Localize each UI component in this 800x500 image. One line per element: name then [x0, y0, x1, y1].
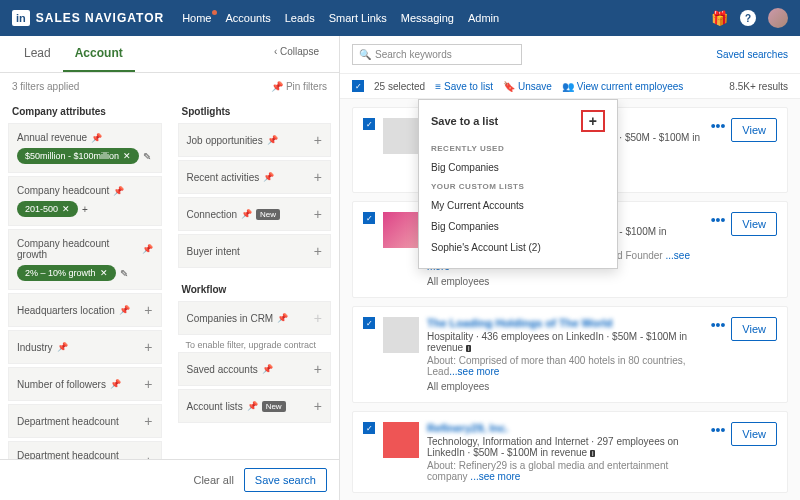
result-card: ✓ Refinery29, Inc. Technology, Informati…: [352, 411, 788, 493]
filter-jobs[interactable]: Job opportunities 📌+: [178, 123, 332, 157]
company-logo: [383, 317, 419, 353]
filter-followers[interactable]: Number of followers 📌+: [8, 367, 162, 401]
more-actions-icon[interactable]: •••: [711, 118, 726, 134]
filters-applied-label: 3 filters applied: [12, 81, 79, 92]
save-to-list-button[interactable]: ≡ Save to list: [435, 81, 493, 92]
company-logo: [383, 212, 419, 248]
save-to-list-popup: Save to a list + RECENTLY USED Big Compa…: [418, 99, 618, 269]
notification-dot-icon: [212, 10, 217, 15]
crm-upgrade-note: To enable filter, upgrade contract: [178, 338, 332, 352]
unsave-button[interactable]: 🔖 Unsave: [503, 81, 552, 92]
plus-icon[interactable]: +: [82, 204, 88, 215]
save-search-button[interactable]: Save search: [244, 468, 327, 492]
linkedin-logo-icon: in: [12, 10, 30, 26]
filter-industry[interactable]: Industry 📌+: [8, 330, 162, 364]
row-checkbox[interactable]: ✓: [363, 422, 375, 434]
collapse-button[interactable]: ‹ Collapse: [266, 36, 327, 72]
close-icon[interactable]: ✕: [123, 151, 131, 161]
view-button[interactable]: View: [731, 212, 777, 236]
help-icon[interactable]: ?: [740, 10, 756, 26]
company-name-link[interactable]: The Loading Holdings of The World: [427, 317, 703, 329]
filter-hq[interactable]: Headquarters location 📌+: [8, 293, 162, 327]
see-more-link[interactable]: ...see more: [470, 471, 520, 482]
search-input[interactable]: 🔍Search keywords: [352, 44, 522, 65]
selected-count: 25 selected: [374, 81, 425, 92]
popup-custom-header: YOUR CUSTOM LISTS: [419, 178, 617, 195]
info-icon[interactable]: i: [466, 345, 472, 352]
results-panel: 🔍Search keywords Saved searches ✓ 25 sel…: [340, 36, 800, 500]
filter-account-lists[interactable]: Account lists 📌 New+: [178, 389, 332, 423]
new-badge: New: [256, 209, 280, 220]
filter-connection[interactable]: Connection 📌 New+: [178, 197, 332, 231]
filter-headcount[interactable]: Company headcount 📌 201-500✕+: [8, 176, 162, 226]
plus-icon[interactable]: +: [144, 302, 152, 318]
more-actions-icon[interactable]: •••: [711, 422, 726, 438]
filter-buyer-intent[interactable]: Buyer intent+: [178, 234, 332, 268]
see-more-link[interactable]: ...see more: [449, 366, 499, 377]
select-all-checkbox[interactable]: ✓: [352, 80, 364, 92]
nav-leads[interactable]: Leads: [285, 12, 315, 24]
filter-panel: Lead Account ‹ Collapse 3 filters applie…: [0, 36, 340, 500]
growth-pill[interactable]: 2% – 10% growth✕: [17, 265, 116, 281]
brand: SALES NAVIGATOR: [36, 11, 164, 25]
company-logo: [383, 118, 419, 154]
close-icon[interactable]: ✕: [62, 204, 70, 214]
popup-title: Save to a list: [431, 115, 498, 127]
filter-annual-revenue[interactable]: Annual revenue 📌 $50million - $100millio…: [8, 123, 162, 173]
list-item[interactable]: Big Companies: [419, 157, 617, 178]
filter-growth[interactable]: Company headcount growth 📌 2% – 10% grow…: [8, 229, 162, 290]
list-item[interactable]: Sophie's Account List (2): [419, 237, 617, 258]
view-button[interactable]: View: [731, 118, 777, 142]
gift-icon[interactable]: 🎁: [711, 10, 728, 26]
list-item[interactable]: Big Companies: [419, 216, 617, 237]
tab-account[interactable]: Account: [63, 36, 135, 72]
filter-recent[interactable]: Recent activities 📌+: [178, 160, 332, 194]
edit-icon[interactable]: ✎: [143, 151, 151, 162]
view-button[interactable]: View: [731, 317, 777, 341]
company-logo: [383, 422, 419, 458]
avatar[interactable]: [768, 8, 788, 28]
list-item[interactable]: My Current Accounts: [419, 195, 617, 216]
revenue-pill[interactable]: $50million - $100million✕: [17, 148, 139, 164]
section-spotlights: Spotlights: [178, 100, 332, 123]
nav-home[interactable]: Home: [182, 12, 211, 24]
edit-icon[interactable]: ✎: [120, 268, 128, 279]
view-button[interactable]: View: [731, 422, 777, 446]
nav-accounts[interactable]: Accounts: [225, 12, 270, 24]
top-nav: in SALES NAVIGATOR Home Accounts Leads S…: [0, 0, 800, 36]
all-employees-link[interactable]: All employees: [427, 276, 703, 287]
headcount-pill[interactable]: 201-500✕: [17, 201, 78, 217]
pin-filters-button[interactable]: 📌 Pin filters: [271, 81, 327, 92]
clear-all-button[interactable]: Clear all: [193, 474, 233, 486]
saved-searches-link[interactable]: Saved searches: [716, 49, 788, 60]
nav-admin[interactable]: Admin: [468, 12, 499, 24]
row-checkbox[interactable]: ✓: [363, 118, 375, 130]
company-name-link[interactable]: Refinery29, Inc.: [427, 422, 703, 434]
nav-messaging[interactable]: Messaging: [401, 12, 454, 24]
search-icon: 🔍: [359, 49, 371, 60]
popup-recent-header: RECENTLY USED: [419, 140, 617, 157]
more-actions-icon[interactable]: •••: [711, 212, 726, 228]
row-checkbox[interactable]: ✓: [363, 317, 375, 329]
row-checkbox[interactable]: ✓: [363, 212, 375, 224]
filter-saved-accounts[interactable]: Saved accounts 📌+: [178, 352, 332, 386]
info-icon[interactable]: i: [590, 450, 596, 457]
filter-crm[interactable]: Companies in CRM 📌+: [178, 301, 332, 335]
pin-icon: 📌: [91, 133, 102, 143]
close-icon[interactable]: ✕: [100, 268, 108, 278]
result-card: ✓ The Loading Holdings of The World Hosp…: [352, 306, 788, 403]
filter-dept-growth[interactable]: Department headcount growth+: [8, 441, 162, 459]
section-company-attributes: Company attributes: [8, 100, 162, 123]
tab-lead[interactable]: Lead: [12, 36, 63, 72]
all-employees-link[interactable]: All employees: [427, 381, 703, 392]
results-count: 8.5K+ results: [729, 81, 788, 92]
more-actions-icon[interactable]: •••: [711, 317, 726, 333]
create-list-button[interactable]: +: [581, 110, 605, 132]
filter-dept-headcount[interactable]: Department headcount+: [8, 404, 162, 438]
section-workflow: Workflow: [178, 278, 332, 301]
view-employees-button[interactable]: 👥 View current employees: [562, 81, 684, 92]
nav-smart-links[interactable]: Smart Links: [329, 12, 387, 24]
